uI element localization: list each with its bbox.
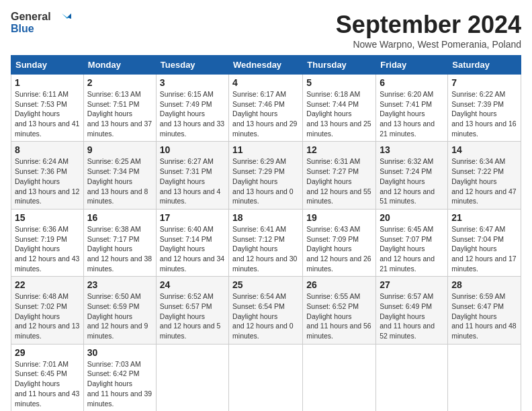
week-row-4: 29 Sunrise: 7:01 AMSunset: 6:45 PMDaylig… <box>11 344 521 411</box>
table-row: 18 Sunrise: 6:41 AMSunset: 7:12 PMDaylig… <box>229 209 303 276</box>
location-subtitle: Nowe Warpno, West Pomerania, Poland <box>336 39 521 50</box>
col-thursday: Thursday <box>303 56 376 75</box>
table-row: 8 Sunrise: 6:24 AMSunset: 7:36 PMDayligh… <box>11 142 84 209</box>
col-wednesday: Wednesday <box>229 56 303 75</box>
table-row: 11 Sunrise: 6:29 AMSunset: 7:29 PMDaylig… <box>229 142 303 209</box>
table-row <box>303 344 376 411</box>
week-row-0: 1 Sunrise: 6:11 AMSunset: 7:53 PMDayligh… <box>11 75 521 142</box>
week-row-3: 22 Sunrise: 6:48 AMSunset: 7:02 PMDaylig… <box>11 277 521 344</box>
header-row: Sunday Monday Tuesday Wednesday Thursday… <box>11 56 521 75</box>
logo-graphic: General Blue <box>11 11 71 36</box>
table-row: 4 Sunrise: 6:17 AMSunset: 7:46 PMDayligh… <box>229 75 303 142</box>
table-row: 24 Sunrise: 6:52 AMSunset: 6:57 PMDaylig… <box>156 277 228 344</box>
table-row <box>376 344 448 411</box>
logo: General Blue <box>11 11 71 36</box>
table-row <box>156 344 228 411</box>
table-row: 12 Sunrise: 6:31 AMSunset: 7:27 PMDaylig… <box>303 142 376 209</box>
table-row: 7 Sunrise: 6:22 AMSunset: 7:39 PMDayligh… <box>448 75 521 142</box>
col-saturday: Saturday <box>448 56 521 75</box>
table-row: 15 Sunrise: 6:36 AMSunset: 7:19 PMDaylig… <box>11 209 84 276</box>
page-header: General Blue September 2024 Nowe Warpno,… <box>11 11 521 50</box>
table-row: 3 Sunrise: 6:15 AMSunset: 7:49 PMDayligh… <box>156 75 228 142</box>
logo-text: General Blue <box>11 11 51 36</box>
col-friday: Friday <box>376 56 448 75</box>
svg-marker-1 <box>67 13 71 19</box>
table-row: 2 Sunrise: 6:13 AMSunset: 7:51 PMDayligh… <box>83 75 156 142</box>
table-row: 19 Sunrise: 6:43 AMSunset: 7:09 PMDaylig… <box>303 209 376 276</box>
table-row: 16 Sunrise: 6:38 AMSunset: 7:17 PMDaylig… <box>83 209 156 276</box>
logo-bird-icon <box>52 11 71 30</box>
col-tuesday: Tuesday <box>156 56 228 75</box>
table-row: 26 Sunrise: 6:55 AMSunset: 6:52 PMDaylig… <box>303 277 376 344</box>
day-1: 1 Sunrise: 6:11 AMSunset: 7:53 PMDayligh… <box>11 75 84 142</box>
table-row: 5 Sunrise: 6:18 AMSunset: 7:44 PMDayligh… <box>303 75 376 142</box>
title-section: September 2024 Nowe Warpno, West Pomeran… <box>336 11 521 50</box>
table-row: 13 Sunrise: 6:32 AMSunset: 7:24 PMDaylig… <box>376 142 448 209</box>
table-row <box>229 344 303 411</box>
table-row: 29 Sunrise: 7:01 AMSunset: 6:45 PMDaylig… <box>11 344 84 411</box>
table-row: 21 Sunrise: 6:47 AMSunset: 7:04 PMDaylig… <box>448 209 521 276</box>
week-row-2: 15 Sunrise: 6:36 AMSunset: 7:19 PMDaylig… <box>11 209 521 276</box>
col-sunday: Sunday <box>11 56 84 75</box>
table-row: 17 Sunrise: 6:40 AMSunset: 7:14 PMDaylig… <box>156 209 228 276</box>
table-row: 6 Sunrise: 6:20 AMSunset: 7:41 PMDayligh… <box>376 75 448 142</box>
table-row: 9 Sunrise: 6:25 AMSunset: 7:34 PMDayligh… <box>83 142 156 209</box>
table-row: 22 Sunrise: 6:48 AMSunset: 7:02 PMDaylig… <box>11 277 84 344</box>
table-row: 20 Sunrise: 6:45 AMSunset: 7:07 PMDaylig… <box>376 209 448 276</box>
table-row: 28 Sunrise: 6:59 AMSunset: 6:47 PMDaylig… <box>448 277 521 344</box>
col-monday: Monday <box>83 56 156 75</box>
week-row-1: 8 Sunrise: 6:24 AMSunset: 7:36 PMDayligh… <box>11 142 521 209</box>
table-row: 14 Sunrise: 6:34 AMSunset: 7:22 PMDaylig… <box>448 142 521 209</box>
table-row: 30 Sunrise: 7:03 AMSunset: 6:42 PMDaylig… <box>83 344 156 411</box>
calendar-table: Sunday Monday Tuesday Wednesday Thursday… <box>11 55 521 411</box>
table-row: 25 Sunrise: 6:54 AMSunset: 6:54 PMDaylig… <box>229 277 303 344</box>
table-row: 10 Sunrise: 6:27 AMSunset: 7:31 PMDaylig… <box>156 142 228 209</box>
table-row: 27 Sunrise: 6:57 AMSunset: 6:49 PMDaylig… <box>376 277 448 344</box>
table-row <box>448 344 521 411</box>
month-title: September 2024 <box>336 11 521 39</box>
table-row: 23 Sunrise: 6:50 AMSunset: 6:59 PMDaylig… <box>83 277 156 344</box>
